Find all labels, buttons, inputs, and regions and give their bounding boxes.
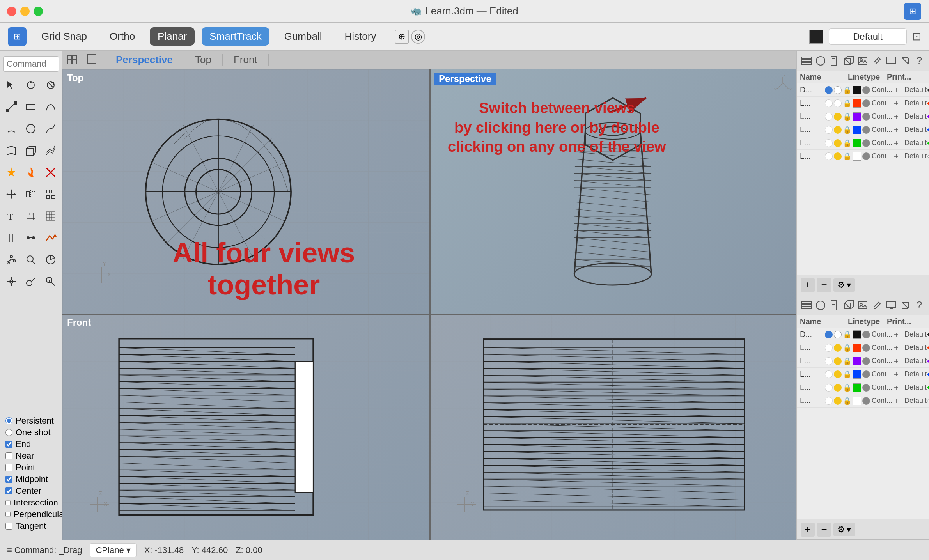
center-check[interactable]: Center [5,486,57,496]
viewport-area[interactable]: Perspective Top Front [62,51,796,540]
target-icon[interactable]: ◎ [411,30,425,44]
magnify-tool[interactable] [23,250,39,269]
bulb-icon[interactable] [834,126,842,134]
tab-top[interactable]: Top [184,51,222,69]
window-expand-button[interactable]: ⊡ [912,30,921,43]
curve-tool[interactable] [43,97,59,116]
bulb-icon[interactable] [834,113,842,121]
layers-edit-icon[interactable] [871,54,883,68]
layers-monitor-icon[interactable] [885,54,897,68]
maximize-button[interactable] [34,7,43,16]
midpoint-check[interactable]: Midpoint [5,474,57,484]
layers-resize-icon-b[interactable] [899,298,911,312]
perpendicular-check[interactable]: Perpendicular [5,509,57,519]
layer-row-l5b[interactable]: L... 🔒 Cont... Default [797,394,929,408]
edit-pts-tool[interactable] [3,250,20,269]
surface-tool[interactable] [3,141,20,160]
sidebar-toggle-button[interactable]: ⊞ [8,27,27,46]
layer-row-l2[interactable]: L... 🔒 Cont... Default [797,110,929,123]
add-layer-button[interactable]: + [801,278,815,292]
single-view-icon[interactable] [82,51,101,69]
layers-circle-icon-b[interactable] [815,298,826,312]
flow-tool[interactable] [43,229,59,247]
midpoint-checkbox[interactable] [5,476,12,483]
layer-row-l1b[interactable]: L... 🔒 Cont... Default [797,341,929,354]
layer-settings-button-b[interactable]: ⚙ ▾ [833,523,855,536]
eye-icon[interactable] [825,126,833,134]
lock-icon[interactable] [834,99,842,107]
layer-row-l4b[interactable]: L... 🔒 Cont... Default [797,381,929,394]
layers-monitor-icon-b[interactable] [885,298,897,312]
point-checkbox[interactable] [5,464,12,471]
zoom-tool[interactable] [43,272,59,291]
flame-tool[interactable] [23,163,39,182]
layers-cube-icon[interactable] [843,54,855,68]
eye-icon[interactable] [825,86,833,94]
layers-resize-icon[interactable] [899,54,911,68]
right-viewport[interactable]: Y Z [429,314,796,540]
cage-tool[interactable] [23,229,39,247]
top-viewport[interactable]: Top X Y [62,69,429,314]
intersection-checkbox[interactable] [5,499,11,506]
eye-icon[interactable] [825,152,833,160]
mirror-tool[interactable] [23,185,39,204]
expand-icon[interactable]: ⊞ [904,3,921,20]
layers-photo-icon-b[interactable] [857,298,869,312]
end-check[interactable]: End [5,439,57,449]
one-shot-radio-input[interactable] [5,429,12,436]
color-swatch[interactable] [853,139,861,147]
color-swatch[interactable] [853,152,861,161]
cplane-button[interactable]: CPlane ▾ [90,543,136,557]
bulb-icon[interactable] [834,139,842,147]
persistent-radio[interactable]: Persistent [5,416,57,426]
circle-tool[interactable] [23,119,39,138]
layers-photo-icon[interactable] [857,54,869,68]
arc-tool[interactable] [3,119,20,138]
perspective-viewport[interactable]: Perspective X Y Z [429,69,796,314]
near-check[interactable]: Near [5,451,57,461]
tangent-checkbox[interactable] [5,523,12,530]
close-button[interactable] [7,7,16,16]
grid-tool[interactable] [3,229,20,247]
color-swatch[interactable] [853,99,861,108]
eye-icon-b[interactable] [825,331,833,338]
move-tool[interactable] [3,185,20,204]
point-check[interactable]: Point [5,463,57,473]
gumball-button[interactable]: Gumball [277,27,330,46]
solid-tool[interactable] [23,141,39,160]
scale-tool[interactable] [43,76,59,94]
intersection-check[interactable]: Intersection [5,498,57,508]
bulb-icon[interactable] [834,152,842,160]
remove-layer-button-b[interactable]: − [817,523,831,537]
snap-tool[interactable] [3,272,20,291]
layers-edit-icon-b[interactable] [871,298,883,312]
smart-track-button[interactable]: SmartTrack [202,27,269,46]
perpendicular-checkbox[interactable] [5,511,11,518]
explode-tool[interactable] [3,163,20,182]
tab-perspective[interactable]: Perspective [105,51,184,69]
array-tool[interactable] [43,185,59,204]
view-icon[interactable]: ⊕ [395,30,409,44]
eye-icon[interactable] [825,139,833,147]
analysis-tool[interactable] [43,250,59,269]
color-swatch[interactable] [853,86,861,94]
layer-row-l1[interactable]: L... 🔒 Cont... Default [797,97,929,110]
near-checkbox[interactable] [5,452,12,459]
select-tool[interactable] [3,76,20,94]
layers-icon-b[interactable] [801,298,812,312]
rotate-tool[interactable] [23,76,39,94]
tab-front[interactable]: Front [223,51,268,69]
layer-row-l3[interactable]: L... 🔒 Cont... Default [797,123,929,136]
lock-icon[interactable] [834,86,842,94]
planar-button[interactable]: Planar [150,27,195,46]
layer-row-d2[interactable]: D... 🔒 Cont... Default [797,328,929,341]
layers-doc-icon[interactable] [829,54,840,68]
one-shot-radio[interactable]: One shot [5,427,57,438]
measure-tool[interactable] [23,272,39,291]
history-button[interactable]: History [337,27,384,46]
layer-row-l5[interactable]: L... 🔒 Cont... Default [797,150,929,163]
color-swatch[interactable] [853,126,861,134]
dim-tool[interactable] [23,207,39,225]
grid-snap-button[interactable]: Grid Snap [34,27,95,46]
text-tool[interactable]: T [3,207,20,225]
